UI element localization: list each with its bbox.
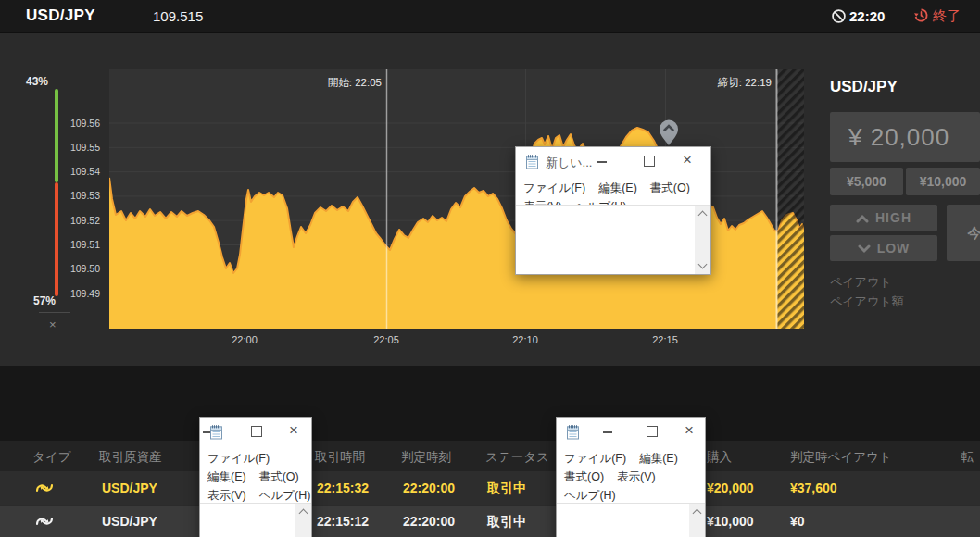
chevron-up-icon <box>856 206 869 232</box>
cell-decision-time: 22:20:00 <box>403 514 455 529</box>
menu-item[interactable]: 表示(V) <box>207 486 246 505</box>
close-icon[interactable]: × <box>685 421 694 440</box>
y-tick: 109.54 <box>56 166 100 178</box>
y-tick: 109.52 <box>56 215 100 227</box>
scrollbar[interactable] <box>295 504 311 537</box>
notepad-title-bar[interactable]: × <box>557 418 705 445</box>
low-label: LOW <box>877 241 911 256</box>
cell-asset: USD/JPY <box>102 514 157 529</box>
scroll-up-icon[interactable] <box>698 211 708 220</box>
history-clock-icon <box>913 7 929 27</box>
menu-item[interactable]: 書式(O) <box>564 468 604 486</box>
cell-purchase: ¥10,000 <box>707 514 754 529</box>
col-decision-time: 判定時刻 <box>401 449 451 466</box>
y-tick: 109.55 <box>56 142 100 154</box>
amount-input[interactable]: ¥ 20,000 <box>830 112 980 162</box>
maximize-button[interactable] <box>647 426 658 437</box>
payout-amount-label: ペイアウト額 <box>830 293 904 310</box>
menu-item[interactable]: 表示(V) <box>617 468 656 486</box>
menu-item[interactable]: ファイル(F) <box>564 449 626 468</box>
low-button[interactable]: LOW <box>830 235 937 261</box>
y-tick: 109.51 <box>56 239 100 251</box>
scroll-down-icon[interactable] <box>698 260 708 269</box>
menu-item[interactable]: ファイル(F) <box>207 449 270 468</box>
y-tick: 109.56 <box>56 118 100 130</box>
x-tick: 22:05 <box>363 334 409 345</box>
scrollbar[interactable] <box>695 206 710 274</box>
notepad-text-area[interactable] <box>557 503 705 537</box>
table-row[interactable]: USD/JPY 22:15:12 22:20:00 取引中 ¥10,000 ¥0 <box>0 506 980 537</box>
pair-title: USD/JPY <box>26 6 95 25</box>
maximize-button[interactable] <box>251 426 262 437</box>
notepad-menu: ファイル(F)編集(E)書式(O)表示(V)ヘルプ(H) <box>557 445 705 506</box>
x-tick: 22:10 <box>502 334 548 345</box>
no-entry-icon <box>831 8 847 28</box>
top-bar: USD/JPY 109.515 22:20 終了 <box>0 0 980 33</box>
notepad-title-bar[interactable]: × <box>200 418 311 445</box>
table-row[interactable]: USD/JPY 22:15:32 22:20:00 取引中 ¥20,000 ¥3… <box>0 471 980 505</box>
col-purchase: 購入 <box>707 449 732 466</box>
window-title: 新しい... <box>546 155 592 171</box>
y-tick: 109.49 <box>56 288 100 300</box>
scroll-up-icon[interactable] <box>693 509 702 518</box>
cell-status: 取引中 <box>487 514 526 531</box>
y-tick: 109.50 <box>56 263 100 275</box>
col-resell: 転 <box>961 449 974 466</box>
gauge-close-icon[interactable]: × <box>49 318 57 331</box>
trading-platform: USD/JPY 109.515 22:20 終了 43% 57% × <box>0 0 980 537</box>
quick-amount-10000-button[interactable]: ¥10,000 <box>906 168 980 195</box>
countdown-clock: 22:20 <box>849 8 885 24</box>
cell-purchase: ¥20,000 <box>707 481 754 495</box>
deadline-label: 締切: 22:19 <box>718 76 772 90</box>
col-asset: 取引原資産 <box>99 449 162 466</box>
col-type: タイプ <box>32 449 70 466</box>
menu-item[interactable]: 編集(E) <box>207 468 246 486</box>
close-icon[interactable]: × <box>289 421 298 440</box>
col-payout: 判定時ペイアウト <box>790 449 892 466</box>
notepad-menu: ファイル(F)編集(E)書式(O)表示(V)ヘルプ(H) <box>200 445 311 506</box>
menu-item[interactable]: ファイル(F) <box>523 179 585 197</box>
buy-now-button[interactable]: 今 <box>947 205 980 261</box>
notepad-window[interactable]: × ファイル(F)編集(E)書式(O)表示(V)ヘルプ(H) <box>199 417 312 537</box>
col-trade-time: 取引時間 <box>315 449 365 466</box>
col-status: ステータス <box>485 449 549 466</box>
notepad-text-area[interactable] <box>516 205 710 274</box>
high-label: HIGH <box>875 210 911 225</box>
cell-decision-time: 22:20:00 <box>403 481 455 495</box>
payout-label: ペイアウト <box>830 274 892 291</box>
menu-item[interactable]: 編集(E) <box>598 179 637 197</box>
cell-status: 取引中 <box>487 481 526 497</box>
minimize-button[interactable] <box>597 161 607 163</box>
scrollbar[interactable] <box>689 504 705 537</box>
maximize-button[interactable] <box>644 156 655 167</box>
menu-item[interactable]: ヘルプ(H) <box>564 486 616 505</box>
notepad-window[interactable]: × ファイル(F)編集(E)書式(O)表示(V)ヘルプ(H) <box>556 417 706 537</box>
cell-payout: ¥37,600 <box>790 481 837 495</box>
high-button[interactable]: HIGH <box>830 205 937 231</box>
scroll-up-icon[interactable] <box>299 509 308 518</box>
notepad-icon <box>566 424 580 443</box>
notepad-text-area[interactable] <box>200 503 311 537</box>
menu-item[interactable]: ヘルプ(H) <box>259 486 311 505</box>
cell-trade-time: 22:15:12 <box>317 514 369 529</box>
gauge-divider <box>39 312 70 313</box>
x-tick: 22:15 <box>642 334 688 345</box>
start-time-label: 開始: 22:05 <box>328 76 382 90</box>
options-detail-band: 購入オプション詳細 全ての取 <box>0 366 980 441</box>
notepad-icon <box>525 154 539 173</box>
quick-amount-5000-button[interactable]: ¥5,000 <box>830 168 903 195</box>
menu-item[interactable]: 書式(O) <box>650 179 690 197</box>
notepad-window[interactable]: 新しい... × ファイル(F)編集(E)書式(O)表示(V)ヘルプ(H) <box>515 146 711 275</box>
menu-item[interactable]: 編集(E) <box>639 449 678 468</box>
turbo-trade-icon <box>33 481 56 499</box>
notepad-title-bar[interactable]: 新しい... × <box>516 147 710 175</box>
y-tick: 109.53 <box>56 190 100 202</box>
cell-trade-time: 22:15:32 <box>317 481 369 495</box>
minimize-button[interactable] <box>603 431 612 433</box>
cell-asset: USD/JPY <box>102 481 157 495</box>
menu-item[interactable]: 書式(O) <box>259 468 299 486</box>
end-trade-button[interactable]: 終了 <box>933 7 961 25</box>
panel-pair-title: USD/JPY <box>830 78 898 96</box>
close-icon[interactable]: × <box>683 151 692 169</box>
locked-period-hatch <box>778 69 805 329</box>
